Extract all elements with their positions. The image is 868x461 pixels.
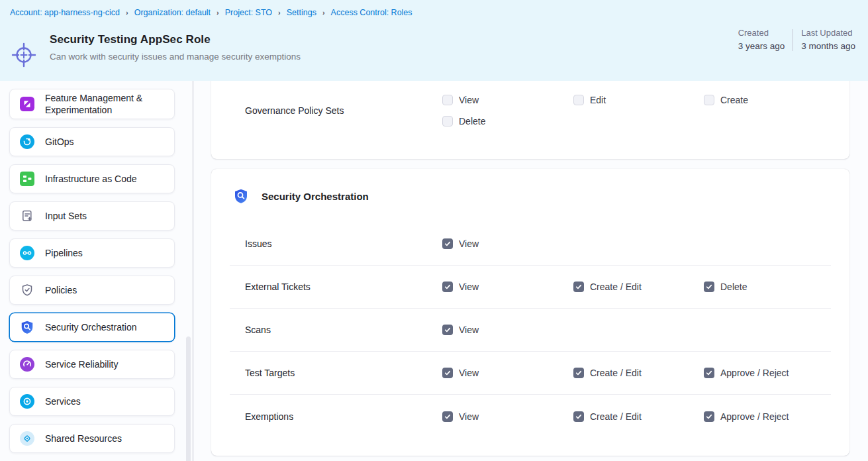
checkbox-view[interactable] [442,368,453,378]
modules-sidebar: Feature Management & ExperimentationGitO… [9,89,175,461]
permission-view: View [442,411,573,422]
checkbox-view[interactable] [442,325,453,335]
sidebar-item-feature-management-experimentation[interactable]: Feature Management & Experimentation [9,89,175,119]
sidebar-item-label: Input Sets [45,210,87,222]
security-orchestration-icon [20,320,34,334]
sidebar-item-services[interactable]: Services [9,387,175,416]
permission-create-edit: Create / Edit [573,282,704,292]
breadcrumb-link-project[interactable]: Project: STO [225,8,272,17]
sidebar-item-label: Feature Management & Experimentation [45,92,169,116]
role-meta: Created 3 years ago Last Updated 3 month… [738,28,855,51]
pipelines-icon [20,246,34,260]
checkbox-create-edit[interactable] [573,282,584,292]
breadcrumb-link-access-control[interactable]: Access Control: Roles [331,8,412,17]
sidebar-item-gitops[interactable]: GitOps [9,127,175,156]
checkbox-approve-reject[interactable] [704,368,714,378]
resource-label: External Tickets [230,282,442,292]
checkbox-label: View [459,325,479,335]
feature-management-icon [20,97,34,111]
breadcrumb: Account: app-harness-ng-cicd›Organizatio… [10,8,412,17]
security-orchestration-card: Security Orchestration IssuesViewExterna… [211,169,849,456]
sidebar-item-label: Security Orchestration [45,321,137,333]
page-header-band: Account: app-harness-ng-cicd›Organizatio… [0,0,868,81]
role-description: Can work with security issues and manage… [50,51,313,63]
security-orchestration-icon [233,188,249,204]
resource-label: Scans [230,325,442,335]
permission-create-edit: Create / Edit [573,368,704,378]
permission-view: View [442,325,573,335]
created-value: 3 years ago [738,41,785,51]
permission-create: Create [704,89,831,111]
checkbox-create-edit[interactable] [573,368,584,378]
role-target-icon [9,40,39,70]
checkbox-view[interactable] [442,95,453,105]
infrastructure-as-code-icon [20,172,34,186]
sidebar-item-input-sets[interactable]: Input Sets [9,201,175,230]
breadcrumb-separator-icon: › [126,9,128,17]
breadcrumb-separator-icon: › [278,9,281,17]
resource-label: Exemptions [230,411,442,422]
sidebar-item-label: Policies [45,284,77,296]
permission-delete: Delete [704,282,831,292]
resource-label: Test Targets [230,368,442,378]
permission-delete: Delete [442,111,573,132]
breadcrumb-link-account[interactable]: Account: app-harness-ng-cicd [10,8,120,17]
permission-view: View [442,282,573,292]
checkbox-label: Approve / Reject [720,411,789,422]
checkbox-view[interactable] [442,282,453,292]
checkbox-label: Edit [590,95,606,105]
resource-label: Issues [230,238,442,249]
checkbox-label: View [459,95,479,105]
checkbox-edit[interactable] [573,95,584,105]
sidebar-item-policies[interactable]: Policies [9,276,175,305]
permission-approve-reject: Approve / Reject [704,411,831,422]
checkbox-view[interactable] [442,238,453,249]
checkbox-label: Create / Edit [590,368,642,378]
checkbox-label: Delete [459,116,485,127]
checkbox-delete[interactable] [442,116,453,127]
checkbox-create[interactable] [704,95,714,105]
last-updated-label: Last Updated [801,28,855,38]
checkbox-label: View [459,282,479,292]
sidebar-item-label: Service Reliability [45,358,118,370]
page-title: Security Testing AppSec Role [50,33,211,46]
sidebar-scrollbar[interactable] [186,336,191,461]
permission-edit: Edit [573,89,704,111]
permission-view: View [442,238,573,249]
services-icon [20,394,34,409]
service-reliability-icon [20,357,34,372]
module-header: Security Orchestration [211,169,849,223]
sidebar-item-label: Services [45,395,81,407]
breadcrumb-link-organization[interactable]: Organization: default [134,8,211,17]
checkbox-create-edit[interactable] [573,411,584,422]
checkbox-view[interactable] [442,411,453,422]
last-updated-value: 3 months ago [801,41,855,51]
permission-row-test-targets: Test TargetsViewCreate / EditApprove / R… [230,352,831,395]
checkbox-label: View [459,368,479,378]
sidebar-item-shared-resources[interactable]: Shared Resources [9,424,175,453]
created-label: Created [738,28,785,38]
checkbox-label: Create [720,95,748,105]
sidebar-item-pipelines[interactable]: Pipelines [9,238,175,268]
sidebar-item-label: Pipelines [45,247,83,259]
permission-approve-reject: Approve / Reject [704,368,831,378]
gitops-icon [20,134,34,149]
breadcrumb-separator-icon: › [322,9,325,17]
permission-view: View [442,368,573,378]
resource-label: Governance Policy Sets [230,105,442,116]
sidebar-item-security-orchestration[interactable]: Security Orchestration [9,313,175,342]
permission-row-issues: IssuesView [230,223,831,266]
sidebar-item-label: Shared Resources [45,433,122,444]
breadcrumb-link-settings[interactable]: Settings [287,8,316,17]
checkbox-delete[interactable] [704,282,714,292]
permission-create-edit: Create / Edit [573,411,704,422]
checkbox-approve-reject[interactable] [704,411,714,422]
sidebar-item-service-reliability[interactable]: Service Reliability [9,350,175,379]
permission-row-exemptions: ExemptionsViewCreate / EditApprove / Rej… [230,395,831,438]
breadcrumb-separator-icon: › [217,9,219,17]
permission-view: View [442,89,573,111]
meta-divider [793,29,793,51]
sidebar-item-label: Infrastructure as Code [45,173,137,185]
checkbox-label: Approve / Reject [720,368,789,378]
sidebar-item-infrastructure-as-code[interactable]: Infrastructure as Code [9,164,175,193]
